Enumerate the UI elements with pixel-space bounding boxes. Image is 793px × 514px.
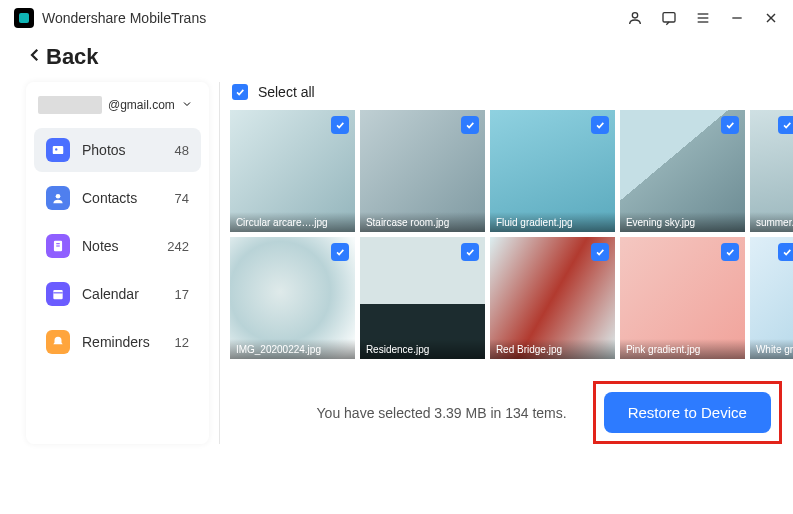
chevron-left-icon: [26, 44, 44, 70]
photo-thumbnail[interactable]: Residence.jpg: [360, 237, 485, 359]
back-label: Back: [46, 44, 99, 70]
titlebar: Wondershare MobileTrans: [0, 0, 793, 36]
app-logo: [14, 8, 34, 28]
photo-thumbnail[interactable]: Staircase room.jpg: [360, 110, 485, 232]
sidebar-item-label: Photos: [82, 142, 126, 158]
photo-grid: Circular arcare….jpgStaircase room.jpgFl…: [230, 110, 793, 359]
photo-thumbnail[interactable]: summer.jpg: [750, 110, 793, 232]
back-row: Back: [0, 36, 793, 82]
sidebar-item-label: Contacts: [82, 190, 137, 206]
thumbnail-checkbox[interactable]: [721, 116, 739, 134]
sidebar-item-count: 17: [174, 287, 188, 302]
main: Select all Circular arcare….jpgStaircase…: [219, 82, 793, 444]
notes-icon: [46, 234, 70, 258]
sidebar-item-photos[interactable]: Photos48: [34, 128, 201, 172]
thumbnail-checkbox[interactable]: [331, 116, 349, 134]
user-icon[interactable]: [627, 10, 643, 26]
svg-point-10: [56, 194, 61, 199]
app-title: Wondershare MobileTrans: [42, 10, 206, 26]
sidebar-item-count: 12: [174, 335, 188, 350]
thumbnail-checkbox[interactable]: [461, 116, 479, 134]
reminders-icon: [46, 330, 70, 354]
thumbnail-filename: Red Bridge.jpg: [490, 339, 615, 359]
photo-thumbnail[interactable]: Pink gradient.jpg: [620, 237, 745, 359]
thumbnail-checkbox[interactable]: [721, 243, 739, 261]
thumbnail-filename: Fluid gradient.jpg: [490, 212, 615, 232]
content: @gmail.com Photos48Contacts74Notes242Cal…: [0, 82, 793, 444]
sidebar-item-calendar[interactable]: Calendar17: [34, 272, 201, 316]
photo-thumbnail[interactable]: Circular arcare….jpg: [230, 110, 355, 232]
calendar-icon: [46, 282, 70, 306]
restore-button[interactable]: Restore to Device: [604, 392, 771, 433]
thumbnail-checkbox[interactable]: [461, 243, 479, 261]
thumbnail-filename: White grad: [750, 339, 793, 359]
sidebar-item-label: Calendar: [82, 286, 139, 302]
back-button[interactable]: Back: [26, 44, 99, 70]
menu-icon[interactable]: [695, 10, 711, 26]
sidebar-item-count: 74: [174, 191, 188, 206]
feedback-icon[interactable]: [661, 10, 677, 26]
titlebar-right: [627, 10, 779, 26]
svg-rect-1: [663, 13, 675, 22]
select-all-row[interactable]: Select all: [230, 82, 793, 110]
photo-thumbnail[interactable]: Fluid gradient.jpg: [490, 110, 615, 232]
close-icon[interactable]: [763, 10, 779, 26]
thumbnail-checkbox[interactable]: [591, 116, 609, 134]
photo-thumbnail[interactable]: Red Bridge.jpg: [490, 237, 615, 359]
account-redacted: [38, 96, 102, 114]
grid-row: IMG_20200224.jpgResidence.jpgRed Bridge.…: [230, 237, 793, 359]
svg-point-0: [632, 13, 637, 18]
select-all-checkbox[interactable]: [232, 84, 248, 100]
footer: You have selected 3.39 MB in 134 tems. R…: [230, 359, 793, 444]
contacts-icon: [46, 186, 70, 210]
sidebar-item-label: Reminders: [82, 334, 150, 350]
select-all-label: Select all: [258, 84, 315, 100]
sidebar-item-notes[interactable]: Notes242: [34, 224, 201, 268]
chevron-down-icon: [181, 96, 193, 114]
thumbnail-checkbox[interactable]: [591, 243, 609, 261]
thumbnail-filename: Pink gradient.jpg: [620, 339, 745, 359]
svg-rect-14: [53, 290, 62, 299]
selection-status: You have selected 3.39 MB in 134 tems.: [317, 405, 567, 421]
photo-thumbnail[interactable]: IMG_20200224.jpg: [230, 237, 355, 359]
thumbnail-filename: Evening sky.jpg: [620, 212, 745, 232]
restore-highlight: Restore to Device: [593, 381, 782, 444]
svg-point-9: [55, 148, 57, 150]
thumbnail-filename: Residence.jpg: [360, 339, 485, 359]
thumbnail-checkbox[interactable]: [331, 243, 349, 261]
sidebar-item-count: 48: [174, 143, 188, 158]
svg-rect-8: [53, 146, 64, 154]
sidebar-item-reminders[interactable]: Reminders12: [34, 320, 201, 364]
minimize-icon[interactable]: [729, 10, 745, 26]
grid-row: Circular arcare….jpgStaircase room.jpgFl…: [230, 110, 793, 232]
sidebar-item-contacts[interactable]: Contacts74: [34, 176, 201, 220]
photos-icon: [46, 138, 70, 162]
thumbnail-checkbox[interactable]: [778, 116, 793, 134]
photo-thumbnail[interactable]: White grad: [750, 237, 793, 359]
thumbnail-checkbox[interactable]: [778, 243, 793, 261]
thumbnail-filename: Circular arcare….jpg: [230, 212, 355, 232]
photo-thumbnail[interactable]: Evening sky.jpg: [620, 110, 745, 232]
account-email-suffix: @gmail.com: [108, 98, 175, 112]
account-selector[interactable]: @gmail.com: [34, 90, 201, 124]
thumbnail-filename: IMG_20200224.jpg: [230, 339, 355, 359]
thumbnail-filename: summer.jpg: [750, 212, 793, 232]
sidebar-item-count: 242: [167, 239, 189, 254]
sidebar: @gmail.com Photos48Contacts74Notes242Cal…: [26, 82, 209, 444]
thumbnail-filename: Staircase room.jpg: [360, 212, 485, 232]
titlebar-left: Wondershare MobileTrans: [14, 8, 206, 28]
sidebar-item-label: Notes: [82, 238, 119, 254]
